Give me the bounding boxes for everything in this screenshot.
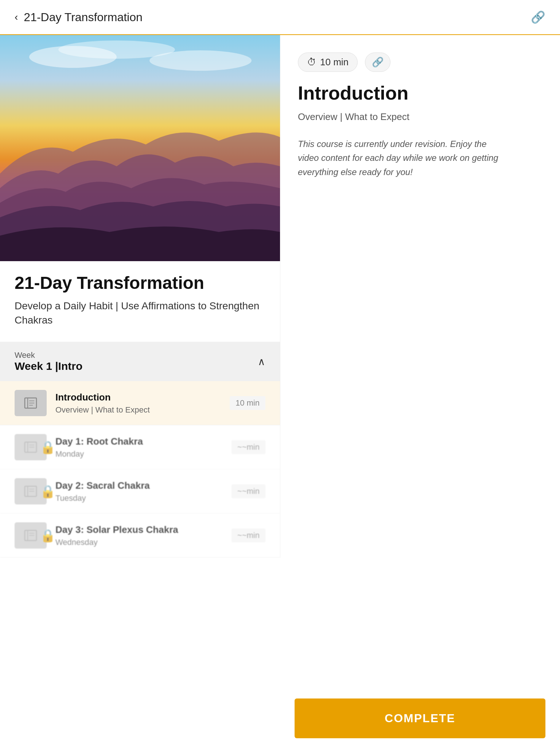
lock-icon-day2: 🔒 [40, 484, 55, 499]
svg-point-3 [149, 50, 252, 71]
hero-image [0, 35, 280, 261]
left-column: 21-Day Transformation Develop a Daily Ha… [0, 35, 280, 558]
lesson-item-day2[interactable]: Day 2: Sacral Chakra Tuesday ~~min 🔒 [0, 469, 280, 514]
time-badge: ⏱ 10 min [298, 53, 358, 72]
header-link-icon[interactable]: 🔗 [531, 10, 545, 24]
lesson-name-day2: Day 2: Sacral Chakra [55, 480, 223, 491]
lesson-item-day3[interactable]: Day 3: Solar Plexus Chakra Wednesday ~~m… [0, 514, 280, 558]
right-column: ⏱ 10 min 🔗 Introduction Overview | What … [280, 35, 560, 558]
lesson-name-day1: Day 1: Root Chakra [55, 436, 223, 447]
course-info-left: 21-Day Transformation Develop a Daily Ha… [0, 261, 280, 327]
lesson-info-day3: Day 3: Solar Plexus Chakra Wednesday [55, 524, 223, 547]
link-badge[interactable]: 🔗 [365, 53, 390, 72]
lesson-item-intro[interactable]: Introduction Overview | What to Expect 1… [0, 381, 280, 425]
week-section[interactable]: Week Week 1 |Intro ∧ [0, 342, 280, 381]
lesson-name-intro: Introduction [55, 392, 221, 403]
week-info: Week Week 1 |Intro [15, 351, 82, 372]
main-content: 21-Day Transformation Develop a Daily Ha… [0, 35, 560, 558]
lesson-sub-day1: Monday [55, 449, 223, 459]
lesson-duration-day2: ~~min [232, 484, 265, 498]
lesson-topics: Overview | What to Expect [298, 111, 542, 123]
header: ‹ 21-Day Transformation 🔗 [0, 0, 560, 35]
duration-text: 10 min [320, 57, 349, 68]
header-title: 21-Day Transformation [24, 11, 142, 24]
lesson-sub-intro: Overview | What to Expect [55, 405, 221, 415]
meta-row: ⏱ 10 min 🔗 [298, 53, 542, 72]
lesson-info-intro: Introduction Overview | What to Expect [55, 392, 221, 415]
complete-button[interactable]: COMPLETE [295, 698, 545, 738]
lock-icon-day1: 🔒 [40, 440, 55, 454]
lesson-title-right: Introduction [298, 82, 542, 104]
revision-notice: This course is currently under revision.… [298, 137, 502, 179]
clock-icon: ⏱ [307, 57, 316, 68]
back-button[interactable]: ‹ [15, 11, 18, 23]
complete-btn-container: COMPLETE [280, 690, 560, 747]
week-label-small: Week [15, 351, 82, 360]
course-subtitle: Develop a Daily Habit | Use Affirmations… [15, 299, 265, 327]
lesson-thumb-intro [15, 390, 47, 416]
lesson-sub-day3: Wednesday [55, 538, 223, 547]
lesson-info-day1: Day 1: Root Chakra Monday [55, 436, 223, 459]
header-left: ‹ 21-Day Transformation [15, 11, 143, 24]
lesson-info-day2: Day 2: Sacral Chakra Tuesday [55, 480, 223, 503]
week-label-large: Week 1 |Intro [15, 360, 82, 372]
lesson-duration-day1: ~~min [232, 440, 265, 454]
course-title: 21-Day Transformation [15, 273, 265, 293]
lesson-sub-day2: Tuesday [55, 494, 223, 503]
lock-icon-day3: 🔒 [40, 528, 55, 543]
lesson-duration-day3: ~~min [232, 529, 265, 542]
lesson-duration-intro: 10 min [230, 396, 265, 410]
chevron-up-icon[interactable]: ∧ [258, 356, 265, 368]
lesson-name-day3: Day 3: Solar Plexus Chakra [55, 524, 223, 535]
lesson-item-day1[interactable]: Day 1: Root Chakra Monday ~~min 🔒 [0, 425, 280, 469]
